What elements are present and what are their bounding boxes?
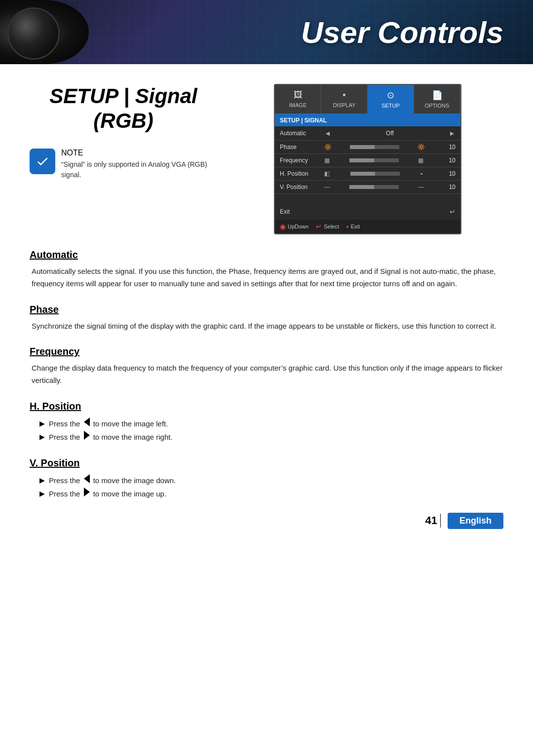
right-column: 🖼 IMAGE ▪ DISPLAY ⊙ SETUP 📄 OPTIONS <box>232 84 503 234</box>
v-position-bar-fill <box>349 185 374 189</box>
h-position-bullets: ▶ Press the to move the image left. ▶ Pr… <box>39 417 503 444</box>
phase-left-icon: 🔆 <box>324 144 332 151</box>
automatic-label: Automatic <box>280 130 324 137</box>
top-section: SETUP | Signal (RGB) NOTE “Signal” is on… <box>30 84 503 234</box>
page-number: 41 <box>425 514 437 527</box>
bullet-arrow-3: ▶ <box>39 474 45 487</box>
menu-row-automatic: Automatic ◄ Off ► <box>275 126 460 141</box>
section-automatic: Automatic Automatically selects the sign… <box>30 249 503 290</box>
menu-row-phase: Phase 🔆 🔆 10 <box>275 141 460 154</box>
automatic-heading: Automatic <box>30 249 503 261</box>
updown-icon: ◉ <box>280 223 286 230</box>
page-footer: 41 English <box>425 513 504 529</box>
h-position-heading: H. Position <box>30 401 503 412</box>
header-lens-graphic <box>0 0 89 64</box>
setup-tab-label: SETUP <box>381 103 400 109</box>
image-tab-icon: 🖼 <box>294 90 303 100</box>
phase-bar <box>350 145 399 149</box>
frequency-label: Frequency <box>280 157 324 164</box>
v-pos-text-1: Press the to move the image down. <box>49 474 176 487</box>
h-position-bullet-2: ▶ Press the to move the image right. <box>39 430 503 444</box>
section-v-position: V. Position ▶ Press the to move the imag… <box>30 457 503 500</box>
menu-tab-options: 📄 OPTIONS <box>414 85 460 113</box>
language-badge: English <box>448 513 503 529</box>
enter-icon: ↵ <box>450 208 456 216</box>
menu-tab-setup: ⊙ SETUP <box>368 85 414 113</box>
updown-label: UpDown <box>288 224 308 229</box>
footer-updown: ◉ UpDown <box>280 223 308 230</box>
hpos-left-icon: ◧ <box>324 170 330 177</box>
options-tab-label: OPTIONS <box>425 103 450 109</box>
page-header: User Controls <box>0 0 533 64</box>
phase-text: Synchronize the signal timing of the dis… <box>32 320 503 333</box>
frequency-controls: ▦ ▦ 10 <box>324 157 456 164</box>
exit-icon: ▪ <box>346 223 349 230</box>
footer-select: ↵ Select <box>316 223 339 230</box>
menu-tab-display: ▪ DISPLAY <box>321 85 368 113</box>
h-position-bar-fill <box>350 172 375 176</box>
phase-label: Phase <box>280 144 324 151</box>
note-content: “Signal” is only supported in Analog VGA… <box>61 159 217 180</box>
footer-exit: ▪ Exit <box>346 223 360 230</box>
bullet-arrow-4: ▶ <box>39 488 45 500</box>
options-tab-icon: 📄 <box>432 90 443 101</box>
automatic-controls: ◄ Off ► <box>324 129 456 137</box>
select-label: Select <box>324 224 339 229</box>
right-arrow-icon-1 <box>84 431 90 440</box>
left-arrow-icon-1 <box>84 417 90 426</box>
menu-exit-row: Exit ↵ <box>275 204 460 220</box>
bullet-arrow-1: ▶ <box>39 417 45 430</box>
right-arrow-icon-2 <box>84 488 90 496</box>
setup-tab-icon: ⊙ <box>387 90 394 101</box>
automatic-left-arrow: ◄ <box>324 129 331 137</box>
frequency-heading: Frequency <box>30 346 503 357</box>
left-arrow-icon-2 <box>84 474 90 483</box>
main-content: SETUP | Signal (RGB) NOTE “Signal” is on… <box>0 64 533 544</box>
image-tab-label: IMAGE <box>289 102 306 108</box>
automatic-right-arrow: ► <box>449 129 456 137</box>
frequency-text: Change the display data frequency to mat… <box>32 362 503 387</box>
v-position-bullet-1: ▶ Press the to move the image down. <box>39 474 503 487</box>
frequency-right-icon: ▦ <box>418 157 423 164</box>
h-pos-text-2: Press the to move the image right. <box>49 430 173 444</box>
bullet-arrow-2: ▶ <box>39 431 45 443</box>
setup-signal-title: SETUP | Signal (RGB) <box>30 84 217 134</box>
frequency-bar-fill <box>349 158 374 162</box>
display-tab-label: DISPLAY <box>333 102 356 108</box>
v-pos-text-2: Press the to move the image up. <box>49 487 166 500</box>
menu-breadcrumb: SETUP | SIGNAL <box>275 114 460 126</box>
vpos-left-icon: — <box>324 184 330 190</box>
v-position-label: V. Position <box>280 184 324 190</box>
frequency-value: 10 <box>443 157 456 164</box>
note-icon <box>30 149 55 174</box>
exit-label: Exit <box>280 208 445 215</box>
h-position-value: 10 <box>443 170 456 177</box>
checkmark-icon <box>36 154 49 168</box>
left-column: SETUP | Signal (RGB) NOTE “Signal” is on… <box>30 84 217 234</box>
h-position-controls: ◧ ▪ 10 <box>324 170 456 177</box>
hpos-right-icon: ▪ <box>420 170 422 177</box>
frequency-bar <box>349 158 399 162</box>
note-box: NOTE “Signal” is only supported in Analo… <box>30 149 217 180</box>
automatic-text: Automatically selects the signal. If you… <box>32 265 503 290</box>
menu-row-h-position: H. Position ◧ ▪ 10 <box>275 167 460 181</box>
menu-tabs: 🖼 IMAGE ▪ DISPLAY ⊙ SETUP 📄 OPTIONS <box>275 85 460 114</box>
section-frequency: Frequency Change the display data freque… <box>30 346 503 387</box>
h-position-bullet-1: ▶ Press the to move the image left. <box>39 417 503 430</box>
note-text-block: NOTE “Signal” is only supported in Analo… <box>61 149 217 180</box>
menu-screenshot: 🖼 IMAGE ▪ DISPLAY ⊙ SETUP 📄 OPTIONS <box>274 84 461 234</box>
select-icon: ↵ <box>316 223 322 230</box>
phase-heading: Phase <box>30 304 503 315</box>
note-label: NOTE <box>61 149 83 157</box>
h-position-bar <box>350 172 400 176</box>
page-title: User Controls <box>301 15 503 50</box>
exit-footer-label: Exit <box>351 224 360 229</box>
v-position-value: 10 <box>443 184 456 190</box>
phase-bar-fill <box>350 145 375 149</box>
menu-row-frequency: Frequency ▦ ▦ 10 <box>275 154 460 167</box>
menu-footer: ◉ UpDown ↵ Select ▪ Exit <box>275 220 460 233</box>
display-tab-icon: ▪ <box>343 90 345 100</box>
phase-controls: 🔆 🔆 10 <box>324 144 456 151</box>
phase-value: 10 <box>443 144 456 151</box>
v-position-controls: — — 10 <box>324 184 456 190</box>
